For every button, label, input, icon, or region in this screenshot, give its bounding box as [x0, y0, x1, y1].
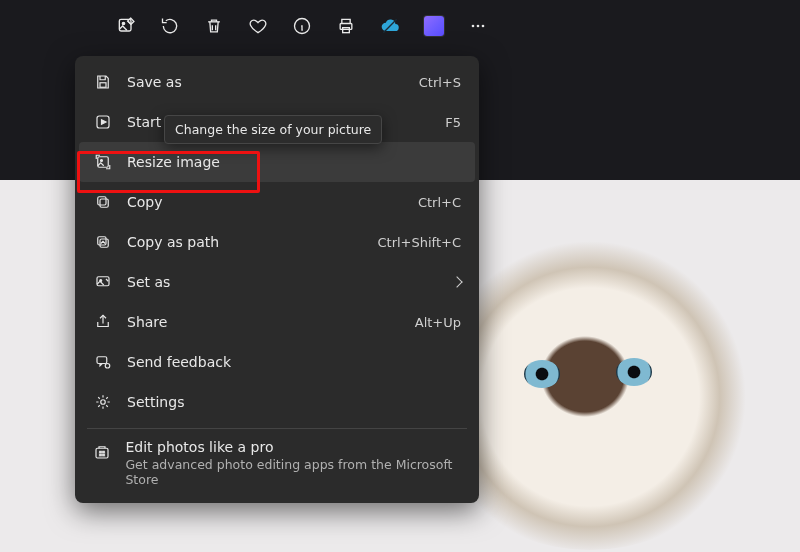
photo-eye-right [616, 358, 652, 386]
clipchamp-icon[interactable] [412, 4, 456, 48]
menu-item-label: Set as [127, 274, 439, 290]
set-as-icon [93, 273, 113, 291]
svg-rect-12 [100, 199, 108, 207]
menu-item-promo[interactable]: Edit photos like a pro Get advanced phot… [79, 435, 475, 493]
menu-item-label: Share [127, 314, 401, 330]
menu-item-label: Save as [127, 74, 405, 90]
svg-rect-3 [340, 24, 352, 30]
svg-point-5 [472, 25, 475, 28]
edit-icon[interactable] [104, 4, 148, 48]
menu-item-set-as[interactable]: Set as [79, 262, 475, 302]
share-icon [93, 313, 113, 331]
svg-rect-21 [96, 448, 108, 458]
store-icon [93, 443, 111, 461]
svg-point-19 [105, 364, 110, 369]
menu-item-copy-path[interactable]: Copy as path Ctrl+Shift+C [79, 222, 475, 262]
more-icon[interactable] [456, 4, 500, 48]
menu-item-accel: Ctrl+Shift+C [377, 235, 461, 250]
cloud-icon[interactable] [368, 4, 412, 48]
photo-eye-left [524, 360, 560, 388]
info-icon[interactable] [280, 4, 324, 48]
save-icon [93, 73, 113, 91]
feedback-icon [93, 353, 113, 371]
svg-point-1 [122, 22, 124, 24]
menu-item-label: Copy [127, 194, 404, 210]
svg-point-6 [477, 25, 480, 28]
menu-item-accel: Ctrl+S [419, 75, 461, 90]
toolbar [0, 0, 800, 52]
delete-icon[interactable] [192, 4, 236, 48]
menu-item-resize[interactable]: Resize image [79, 142, 475, 182]
tooltip: Change the size of your picture [164, 115, 382, 144]
rotate-icon[interactable] [148, 4, 192, 48]
menu-item-label: Settings [127, 394, 461, 410]
svg-point-11 [101, 160, 103, 162]
menu-item-feedback[interactable]: Send feedback [79, 342, 475, 382]
menu-item-settings[interactable]: Settings [79, 382, 475, 422]
copy-icon [93, 193, 113, 211]
svg-rect-13 [98, 197, 106, 205]
favorite-icon[interactable] [236, 4, 280, 48]
menu-item-label: Resize image [127, 154, 447, 170]
resize-icon [93, 153, 113, 171]
svg-rect-8 [100, 83, 106, 88]
menu-item-save-as[interactable]: Save as Ctrl+S [79, 62, 475, 102]
svg-rect-18 [97, 357, 107, 364]
menu-item-accel: Alt+Up [415, 315, 461, 330]
menu-item-label: Send feedback [127, 354, 461, 370]
play-icon [93, 113, 113, 131]
svg-point-20 [101, 400, 106, 405]
promo-subtitle: Get advanced photo editing apps from the… [125, 457, 461, 487]
svg-point-7 [482, 25, 485, 28]
menu-item-accel: Ctrl+C [418, 195, 461, 210]
tooltip-text: Change the size of your picture [175, 122, 371, 137]
menu-item-label: Copy as path [127, 234, 363, 250]
menu-item-accel: F5 [445, 115, 461, 130]
promo-title: Edit photos like a pro [125, 439, 461, 455]
menu-divider [87, 428, 467, 429]
photo-subject-face [460, 250, 710, 480]
menu-item-share[interactable]: Share Alt+Up [79, 302, 475, 342]
svg-rect-4 [343, 28, 350, 33]
copy-path-icon [93, 233, 113, 251]
print-icon[interactable] [324, 4, 368, 48]
gear-icon [93, 393, 113, 411]
chevron-right-icon [451, 276, 462, 287]
menu-item-copy[interactable]: Copy Ctrl+C [79, 182, 475, 222]
